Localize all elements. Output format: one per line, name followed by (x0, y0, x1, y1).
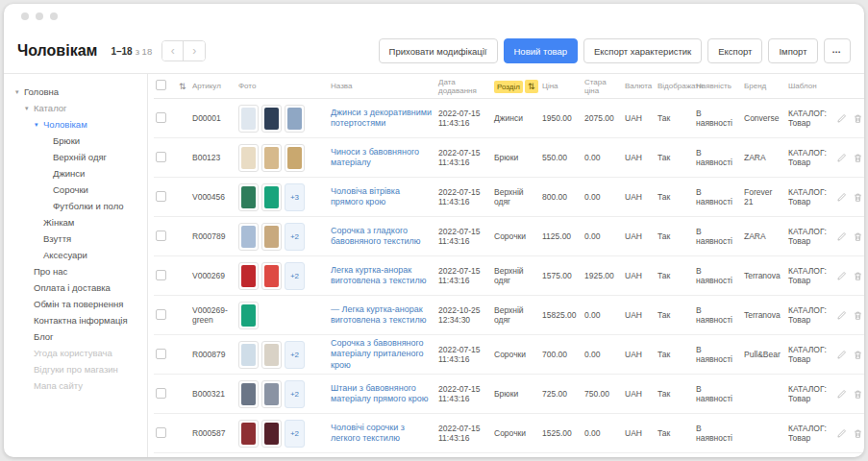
row-checkbox[interactable] (156, 191, 166, 202)
edit-icon[interactable] (836, 192, 847, 203)
column-header-name[interactable]: Назва (329, 79, 436, 93)
column-header-sku[interactable]: Артикул (190, 79, 236, 93)
row-checkbox[interactable] (156, 427, 166, 438)
product-name-link[interactable]: Сорочка з бавовняного матеріалу притален… (331, 338, 433, 371)
edit-icon[interactable] (836, 389, 847, 400)
edit-icon[interactable] (836, 310, 847, 321)
caret-down-icon[interactable]: ▾ (35, 121, 43, 129)
sidebar-item[interactable]: ▾ Чоловікам (15, 116, 143, 133)
product-name-link[interactable]: Джинси з декоративними потертостями (331, 108, 433, 130)
sidebar-item[interactable]: Блог (15, 328, 143, 345)
sidebar-item[interactable]: Відгуки про магазин (15, 361, 143, 377)
edit-icon[interactable] (836, 153, 847, 163)
new-product-button[interactable]: Новий товар (504, 38, 578, 63)
next-page-button[interactable]: › (184, 41, 205, 61)
sidebar-item[interactable]: Сорочки (15, 182, 143, 198)
sidebar-item[interactable]: Контактна інформація (15, 312, 143, 328)
row-checkbox[interactable] (156, 270, 166, 280)
column-header-date[interactable]: Дата додавання (436, 75, 492, 98)
export-button[interactable]: Експорт (707, 38, 762, 63)
product-name-link[interactable]: Сорочка з гладкого бавовняного текстилю (331, 226, 433, 248)
edit-icon[interactable] (836, 350, 847, 360)
edit-icon[interactable] (836, 231, 847, 242)
category-header-label[interactable]: Розділ (494, 81, 523, 93)
column-header-currency[interactable]: Валюта (623, 79, 656, 93)
more-photos-badge[interactable]: +2 (285, 420, 305, 448)
sidebar-item[interactable]: Верхній одяг (15, 149, 143, 165)
column-header-brand[interactable]: Бренд (742, 79, 786, 93)
column-header-photo[interactable]: Фото (236, 79, 329, 93)
sidebar-item[interactable]: Оплата і доставка (15, 279, 143, 296)
column-header-display[interactable]: Відображати (656, 79, 694, 93)
product-display-flag: Так (656, 307, 694, 323)
sidebar-item[interactable]: Аксесуари (15, 247, 143, 263)
row-checkbox[interactable] (156, 349, 166, 359)
row-checkbox[interactable] (156, 388, 166, 399)
column-header-template[interactable]: Шаблон (786, 79, 834, 93)
category-sort-icon[interactable]: ⇅ (525, 80, 538, 93)
delete-icon[interactable] (853, 271, 863, 281)
more-photos-badge[interactable]: +2 (285, 341, 305, 369)
more-photos-badge[interactable]: +3 (285, 183, 305, 211)
row-checkbox[interactable] (156, 309, 166, 320)
more-photos-badge[interactable]: +2 (285, 223, 305, 251)
product-photo (261, 420, 282, 448)
export-attributes-button[interactable]: Експорт характеристик (583, 38, 702, 63)
row-checkbox[interactable] (156, 112, 166, 123)
column-header-old-price[interactable]: Стара ціна (583, 75, 623, 98)
product-name-link[interactable]: Чоловічі сорочки з легкого текстилю (331, 423, 433, 445)
delete-icon[interactable] (853, 310, 863, 321)
sidebar-item[interactable]: Про нас (15, 263, 143, 279)
row-checkbox[interactable] (156, 152, 166, 162)
delete-icon[interactable] (853, 350, 863, 360)
sidebar-item-label: Головна (24, 86, 59, 97)
product-template: КАТАЛОГ: Товар (786, 184, 834, 209)
delete-icon[interactable] (853, 428, 863, 439)
delete-icon[interactable] (853, 192, 863, 203)
column-header-category[interactable]: Розділ⇅ (492, 79, 540, 94)
delete-icon[interactable] (853, 113, 863, 124)
window-dot-icon[interactable] (36, 12, 43, 20)
product-name-link[interactable]: Штани з бавовняного матеріалу прямого кр… (331, 383, 433, 405)
sidebar-item[interactable]: Жінкам (15, 214, 143, 230)
sidebar-item[interactable]: Джинси (15, 165, 143, 182)
product-name-link[interactable]: Легка куртка-анорак виготовлена з тексти… (331, 265, 433, 287)
product-sku: V000456 (190, 189, 236, 205)
sidebar-item[interactable]: Угода користувача (15, 345, 143, 361)
column-header-availability[interactable]: Наявність (694, 79, 742, 93)
sidebar-item[interactable]: ▾ Головна (15, 84, 143, 100)
row-checkbox[interactable] (156, 230, 166, 241)
sidebar-item[interactable]: Взуття (15, 230, 143, 247)
delete-icon[interactable] (853, 389, 863, 400)
delete-icon[interactable] (853, 231, 863, 242)
edit-icon[interactable] (836, 428, 847, 439)
caret-down-icon[interactable]: ▾ (25, 105, 34, 112)
edit-icon[interactable] (836, 271, 847, 281)
sidebar-item[interactable]: ▾ Каталог (15, 100, 143, 116)
column-header-price[interactable]: Ціна (540, 79, 583, 93)
more-photos-badge[interactable]: +2 (285, 380, 305, 408)
select-all-checkbox[interactable] (156, 80, 166, 90)
more-actions-button[interactable]: ⋯ (824, 38, 852, 63)
sort-order-icon[interactable]: ⇅ (179, 82, 186, 91)
product-name-link[interactable]: — Легка куртка-анорак виготовлена з текс… (331, 304, 433, 327)
sidebar-item[interactable]: Брюки (15, 133, 143, 149)
row-actions (836, 350, 863, 360)
product-name-link[interactable]: Чоловіча вітрівка прямого крою (331, 186, 433, 208)
product-display-flag: Так (656, 110, 694, 126)
delete-icon[interactable] (853, 153, 863, 163)
product-photo (285, 105, 305, 133)
product-template: КАТАЛОГ: Товар (786, 224, 834, 249)
hide-modifications-button[interactable]: Приховати модифікації (379, 38, 498, 63)
prev-page-button[interactable]: ‹ (162, 41, 184, 61)
more-photos-badge[interactable]: +2 (285, 262, 305, 290)
import-button[interactable]: Імпорт (768, 38, 817, 63)
product-name-link[interactable]: Чиноси з бавовняного матеріалу (331, 147, 433, 169)
caret-down-icon[interactable]: ▾ (15, 88, 24, 96)
window-dot-icon[interactable] (21, 12, 29, 20)
edit-icon[interactable] (836, 113, 847, 124)
sidebar-item[interactable]: Мапа сайту (15, 377, 143, 394)
sidebar-item[interactable]: Обмін та повернення (15, 296, 143, 312)
window-dot-icon[interactable] (50, 12, 58, 20)
sidebar-item[interactable]: Футболки и поло (15, 198, 143, 214)
